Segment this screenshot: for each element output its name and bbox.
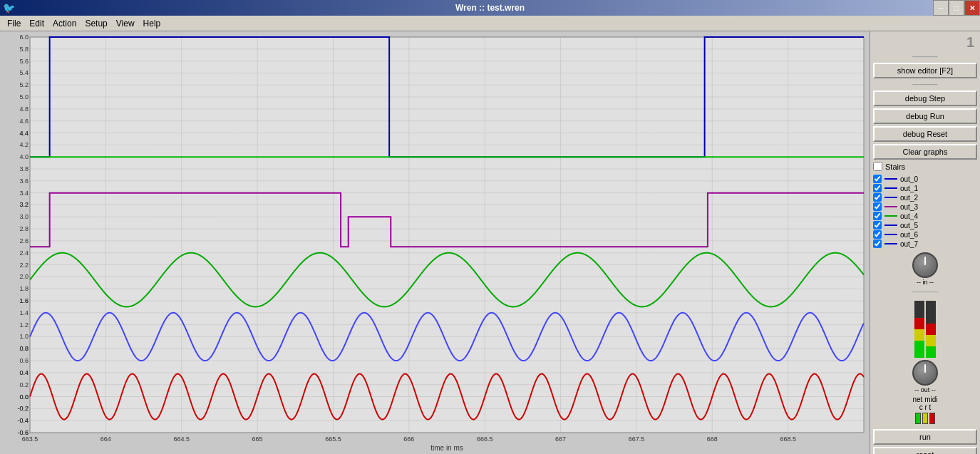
vu-in-section [873,301,977,358]
legend-item: out_6 [873,230,977,239]
out7-label: out_7 [900,240,918,248]
out3-checkbox[interactable] [873,202,882,211]
legend-item: out_5 [873,221,977,229]
out1-checkbox[interactable] [873,184,882,192]
vu-bar-2 [926,301,936,358]
window-controls: ─ □ ✕ [933,0,980,16]
out5-checkbox[interactable] [873,221,882,229]
vu-bar-1 [914,301,924,358]
minimize-button[interactable]: ─ [933,0,949,16]
graph-area [0,31,870,454]
main-content: 1 ───── show editor [F2] ───── debug Ste… [0,31,980,454]
out5-label: out_5 [900,222,918,229]
debug-reset-button[interactable]: debug Reset [873,126,977,142]
menu-view[interactable]: View [112,17,139,30]
app-icon: 🐦 [3,2,15,14]
midi-r-indicator [922,413,928,424]
show-editor-button[interactable]: show editor [F2] [873,63,977,78]
out1-line [884,187,897,189]
legend-item: out_0 [873,175,977,183]
separator-2: ───── [873,81,977,88]
out5-line [884,225,897,226]
graph-canvas [0,31,870,454]
out4-checkbox[interactable] [873,212,882,220]
debug-step-button[interactable]: debug Step [873,91,977,106]
menu-edit[interactable]: Edit [25,17,48,30]
menu-action[interactable]: Action [48,17,81,30]
out3-line [884,206,897,207]
vu-fill-green-1 [914,341,924,358]
separator-1: ───── [873,53,977,61]
menu-setup[interactable]: Setup [81,17,111,30]
out0-checkbox[interactable] [873,175,882,183]
menu-bar: File Edit Action Setup View Help [0,16,980,31]
in-knob-section: -- in -- [873,252,977,286]
out6-line [884,234,897,235]
out-knob-indicator [924,364,926,373]
maximize-button[interactable]: □ [949,0,964,16]
legend-item: out_4 [873,212,977,220]
out-label: -- out -- [914,386,936,393]
vu-in-container [914,301,936,358]
legend-area: out_0 out_1 out_2 out_3 out_4 [873,175,977,248]
crt-label: c r t [873,403,977,411]
window-title: Wren :: test.wren [455,3,525,13]
right-panel: 1 ───── show editor [F2] ───── debug Ste… [870,31,980,454]
midi-t-indicator [929,413,935,424]
out0-line [884,178,897,180]
stairs-row: Stairs [873,162,977,171]
menu-help[interactable]: Help [139,17,165,30]
separator-3: ───── [873,288,977,296]
title-bar: 🐦 Wren :: test.wren ─ □ ✕ [0,0,980,16]
reset-button[interactable]: reset [873,447,977,454]
in-knob-indicator [924,257,926,265]
net-midi-section: net midi c r t [873,396,977,424]
out3-label: out_3 [900,203,918,211]
out2-line [884,197,897,198]
out4-label: out_4 [900,212,918,220]
clear-graphs-button[interactable]: Clear graphs [873,144,977,160]
debug-run-button[interactable]: debug Run [873,108,977,124]
out4-line [884,215,897,217]
run-button[interactable]: run [873,429,977,445]
in-knob[interactable] [912,252,938,278]
vu-fill-green-2 [926,346,936,358]
out-knob-section: -- out -- [873,360,977,393]
out2-label: out_2 [900,194,918,202]
close-button[interactable]: ✕ [964,0,980,16]
stairs-checkbox[interactable] [873,162,882,171]
net-midi-label: net midi [873,396,977,403]
out7-line [884,243,897,244]
out2-checkbox[interactable] [873,193,882,202]
legend-item: out_1 [873,184,977,192]
legend-item: out_2 [873,193,977,202]
out6-label: out_6 [900,231,918,239]
out7-checkbox[interactable] [873,239,882,248]
out0-label: out_0 [900,175,918,183]
in-label: -- in -- [917,279,934,286]
menu-file[interactable]: File [3,17,25,30]
midi-c-indicator [915,413,921,424]
channel-number: 1 [966,34,977,51]
out-knob[interactable] [912,360,938,386]
legend-item: out_3 [873,202,977,211]
out6-checkbox[interactable] [873,230,882,239]
stairs-label: Stairs [885,162,905,171]
legend-item: out_7 [873,239,977,248]
out1-label: out_1 [900,185,918,192]
